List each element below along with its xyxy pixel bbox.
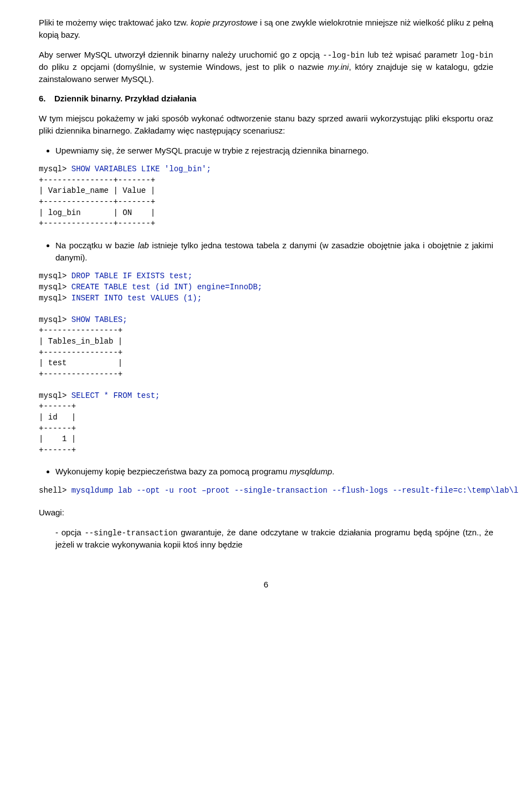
code-inline: log-bin: [461, 51, 493, 60]
sql-statement: CREATE TABLE test (id INT) engine=InnoDB…: [71, 283, 262, 291]
code-inline: --single-transaction: [84, 529, 177, 538]
text: Wykonujemy kopię bezpieczeństwa bazy za …: [55, 467, 290, 476]
code-block-2: mysql> DROP TABLE IF EXISTS test; mysql>…: [39, 271, 493, 456]
sql-statement: SHOW TABLES;: [71, 315, 127, 324]
code-line: | 1 |: [39, 434, 76, 443]
sql-statement: SHOW VARIABLES LIKE 'log_bin';: [71, 165, 211, 173]
bullet-list: Wykonujemy kopię bezpieczeństwa bazy za …: [55, 466, 493, 478]
sql-statement: SELECT * FROM test;: [71, 391, 160, 400]
bullet-list: Na początku w bazie lab istnieje tylko j…: [55, 239, 493, 264]
list-item: opcja --single-transaction gwarantuje, ż…: [55, 526, 493, 551]
notes-label: Uwagi:: [39, 507, 493, 519]
paragraph-1: Pliki te możemy więc traktować jako tzw.…: [39, 17, 493, 41]
section-heading: 6.Dziennik binarny. Przykład działania: [39, 93, 493, 105]
code-block-3: shell> mysqldump lab --opt -u root –proo…: [39, 485, 493, 497]
sql-statement: INSERT INTO test VALUES (1);: [71, 294, 202, 303]
code-line: | test |: [39, 359, 122, 367]
code-inline: --log-bin: [323, 51, 365, 60]
code-line: +------+: [39, 424, 76, 433]
text: Pliki te możemy więc traktować jako tzw.: [39, 18, 191, 27]
prompt-mysql: mysql>: [39, 283, 71, 291]
code-line: +---------------+-------+: [39, 197, 155, 206]
list-item: Wykonujemy kopię bezpieczeństwa bazy za …: [55, 466, 493, 478]
heading-title: Dziennik binarny. Przykład działania: [54, 94, 196, 103]
sql-statement: DROP TABLE IF EXISTS test;: [71, 272, 192, 280]
prompt-mysql: mysql>: [39, 391, 71, 400]
code-line: +------+: [39, 402, 76, 411]
text: opcja: [62, 528, 85, 537]
bullet-list: Upewniamy się, że serwer MySQL pracuje w…: [55, 145, 493, 157]
text: lub też wpisać parametr: [365, 50, 461, 59]
italic-phrase: kopie przyrostowe: [191, 18, 258, 27]
code-line: +----------------+: [39, 370, 122, 378]
paragraph-2: Aby serwer MySQL utworzył dziennik binar…: [39, 49, 493, 85]
dash-list: opcja --single-transaction gwarantuje, ż…: [55, 526, 493, 551]
code-line: | id |: [39, 413, 76, 422]
heading-number: 6.: [39, 93, 54, 105]
code-line: +----------------+: [39, 326, 122, 335]
code-line: | Tables_in_blab |: [39, 337, 122, 346]
code-block-1: mysql> SHOW VARIABLES LIKE 'log_bin'; +-…: [39, 164, 493, 229]
prompt-mysql: mysql>: [39, 294, 71, 303]
text: Aby serwer MySQL utworzył dziennik binar…: [39, 50, 323, 59]
italic-phrase: lab: [138, 241, 149, 250]
code-line: | Variable_name | Value |: [39, 186, 155, 195]
text: do pliku z opcjami (domyślnie, w systemi…: [39, 62, 328, 71]
prompt-mysql: mysql>: [39, 165, 71, 173]
list-item: Upewniamy się, że serwer MySQL pracuje w…: [55, 145, 493, 157]
prompt-shell: shell>: [39, 486, 71, 495]
code-line: +----------------+: [39, 348, 122, 357]
page-number: 6: [39, 579, 493, 591]
paragraph-3: W tym miejscu pokażemy w jaki sposób wyk…: [39, 112, 493, 137]
code-line: +---------------+-------+: [39, 176, 155, 185]
shell-command: mysqldump lab --opt -u root –proot --sin…: [71, 486, 518, 495]
list-item: Na początku w bazie lab istnieje tylko j…: [55, 239, 493, 264]
code-line: +---------------+-------+: [39, 219, 155, 228]
code-line: +------+: [39, 446, 76, 454]
text: .: [332, 467, 334, 476]
code-line: | log_bin | ON |: [39, 208, 155, 217]
italic-phrase: mysqldump: [290, 467, 332, 476]
prompt-mysql: mysql>: [39, 315, 71, 324]
prompt-mysql: mysql>: [39, 272, 71, 280]
italic-phrase: my.ini: [328, 62, 349, 71]
text: Na początku w bazie: [55, 241, 138, 250]
